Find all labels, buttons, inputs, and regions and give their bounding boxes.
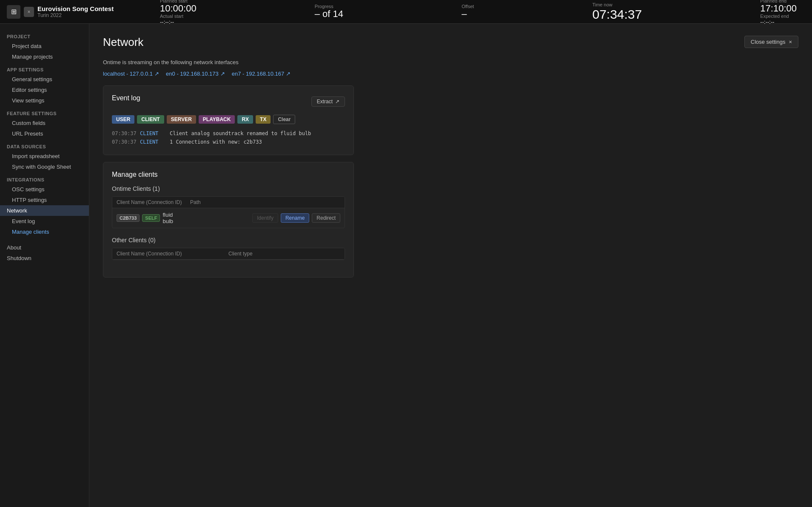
manage-clients-title: Manage clients: [112, 171, 158, 178]
stat-time-now: Time now 07:34:37: [592, 2, 642, 21]
client-row: C2B733 SELF fluid bulb Identify Rename R…: [112, 208, 345, 228]
identify-button[interactable]: Identify: [252, 213, 278, 223]
col-header-name2: Client Name (Connection ID): [117, 251, 228, 257]
close-settings-button[interactable]: Close settings ×: [744, 36, 798, 48]
sidebar-item-general-settings[interactable]: General settings: [0, 74, 89, 85]
extract-icon: ↗: [335, 99, 339, 105]
network-link-localhost[interactable]: localhost - 127.0.0.1 ↗: [103, 71, 159, 77]
sidebar-item-http-settings[interactable]: HTTP settings: [0, 195, 89, 205]
sidebar-item-import-spreadsheet[interactable]: Import spreadsheet: [0, 151, 89, 161]
sidebar: Project Project data Manage projects App…: [0, 24, 89, 507]
event-log-header: Event log Extract ↗: [112, 94, 345, 109]
app-icon[interactable]: ⊞: [7, 5, 20, 19]
client-name-col: C2B733 SELF fluid bulb: [117, 212, 185, 224]
content-header: Network Close settings ×: [103, 36, 798, 49]
other-clients-section: Other Clients (0) Client Name (Connectio…: [112, 237, 345, 260]
external-link-icon: ↗: [220, 71, 225, 77]
clients-table-header: Client Name (Connection ID) Path: [112, 197, 345, 208]
sidebar-item-network[interactable]: Network: [0, 205, 89, 216]
filter-playback-button[interactable]: PLAYBACK: [199, 115, 235, 124]
sidebar-section-integrations: Integrations: [0, 172, 89, 184]
filter-clear-button[interactable]: Clear: [273, 115, 295, 124]
sidebar-item-sync-google-sheet[interactable]: Sync with Google Sheet: [0, 161, 89, 172]
sidebar-item-event-log[interactable]: Event log: [0, 216, 89, 227]
project-info: Eurovision Song Contest Turin 2022: [37, 5, 114, 18]
extract-button[interactable]: Extract ↗: [311, 96, 345, 107]
sidebar-item-custom-fields[interactable]: Custom fields: [0, 118, 89, 128]
main-layout: Project Project data Manage projects App…: [0, 24, 812, 507]
sidebar-section-project: Project: [0, 29, 89, 41]
col-header-path: Path: [190, 199, 264, 205]
sidebar-item-view-settings[interactable]: View settings: [0, 95, 89, 106]
event-log-panel: Event log Extract ↗ USER CLIENT SERVER P…: [103, 85, 354, 155]
filter-row: USER CLIENT SERVER PLAYBACK RX TX Clear: [112, 115, 345, 124]
redirect-button[interactable]: Redirect: [312, 213, 340, 223]
client-self-tag: SELF: [142, 214, 160, 222]
col-header-name: Client Name (Connection ID): [117, 199, 190, 205]
stat-offset: Offset –: [462, 4, 474, 19]
page-title: Network: [103, 36, 143, 49]
project-subtitle: Turin 2022: [37, 12, 114, 18]
content-area: Network Close settings × Ontime is strea…: [89, 24, 812, 507]
filter-client-button[interactable]: CLIENT: [137, 115, 164, 124]
manage-clients-panel: Manage clients Ontime Clients (1) Client…: [103, 162, 354, 278]
client-actions: Identify Rename Redirect: [252, 213, 340, 223]
sidebar-item-url-presets[interactable]: URL Presets: [0, 128, 89, 139]
sidebar-section-data-sources: Data Sources: [0, 139, 89, 151]
network-link-en7[interactable]: en7 - 192.168.10.167 ↗: [232, 71, 291, 77]
network-link-en0[interactable]: en0 - 192.168.10.173 ↗: [166, 71, 225, 77]
topbar: ⊞ × Eurovision Song Contest Turin 2022 P…: [0, 0, 812, 24]
sidebar-item-project-data[interactable]: Project data: [0, 41, 89, 51]
network-info-text: Ontime is streaming on the following net…: [103, 59, 798, 65]
sidebar-item-manage-clients[interactable]: Manage clients: [0, 227, 89, 237]
network-links: localhost - 127.0.0.1 ↗ en0 - 192.168.10…: [103, 71, 798, 77]
topbar-stats: Planned start 10:00:00 Actual start --:-…: [151, 0, 805, 25]
filter-server-button[interactable]: SERVER: [167, 115, 196, 124]
topbar-left: ⊞ × Eurovision Song Contest Turin 2022: [7, 5, 151, 19]
close-settings-icon: ×: [789, 39, 792, 45]
event-log-title: Event log: [112, 94, 140, 102]
client-name: fluid bulb: [162, 212, 184, 224]
stat-progress: Progress – of 14: [315, 4, 343, 19]
close-settings-label: Close settings: [751, 39, 786, 45]
sidebar-section-feature-settings: Feature Settings: [0, 106, 89, 118]
project-title: Eurovision Song Contest: [37, 5, 114, 12]
log-row: 07:30:37 CLIENT 1 Connections with new: …: [112, 138, 345, 146]
stat-planned-start: Planned start 10:00:00 Actual start --:-…: [160, 0, 197, 25]
other-clients-table: Client Name (Connection ID) Client type: [112, 248, 345, 260]
client-id-tag: C2B733: [117, 214, 140, 222]
external-link-icon: ↗: [154, 71, 159, 77]
external-link-icon: ↗: [286, 71, 291, 77]
other-clients-title: Other Clients (0): [112, 237, 345, 244]
ontime-clients-table: Client Name (Connection ID) Path C2B733 …: [112, 196, 345, 228]
log-table: 07:30:37 CLIENT Client analog soundtrack…: [112, 129, 345, 146]
stat-planned-end: Planned end 17:10:00 Expected end --:--:…: [760, 0, 797, 25]
sidebar-item-osc-settings[interactable]: OSC settings: [0, 184, 89, 195]
sidebar-item-about[interactable]: About: [0, 242, 89, 253]
sidebar-item-editor-settings[interactable]: Editor settings: [0, 85, 89, 95]
other-clients-table-header: Client Name (Connection ID) Client type: [112, 248, 345, 260]
log-row: 07:30:37 CLIENT Client analog soundtrack…: [112, 129, 345, 138]
filter-tx-button[interactable]: TX: [256, 115, 271, 124]
sidebar-item-manage-projects[interactable]: Manage projects: [0, 51, 89, 62]
sidebar-item-shutdown[interactable]: Shutdown: [0, 253, 89, 263]
col-header-type: Client type: [228, 251, 340, 257]
ontime-clients-section: Ontime Clients (1) Client Name (Connecti…: [112, 185, 345, 228]
filter-user-button[interactable]: USER: [112, 115, 134, 124]
close-button[interactable]: ×: [24, 7, 34, 17]
rename-button[interactable]: Rename: [281, 213, 309, 223]
filter-rx-button[interactable]: RX: [237, 115, 253, 124]
sidebar-section-app-settings: App Settings: [0, 62, 89, 74]
ontime-clients-title: Ontime Clients (1): [112, 185, 345, 192]
